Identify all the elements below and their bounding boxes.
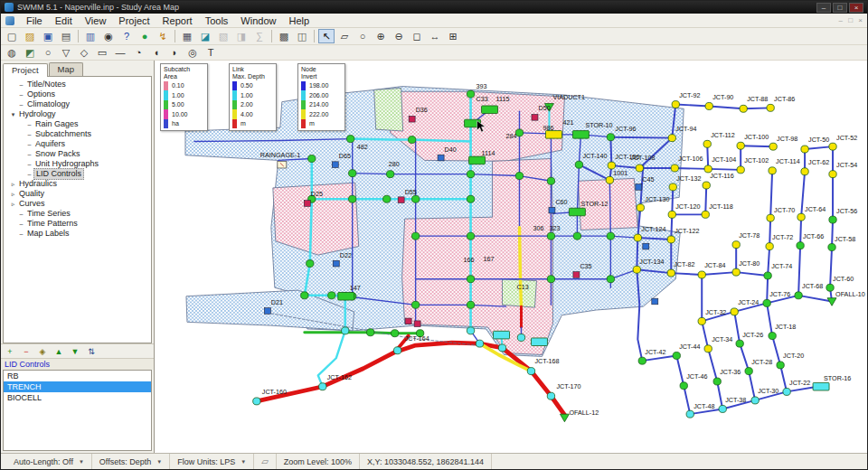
graph-report-icon[interactable]: ◪ [197, 29, 213, 43]
map-label-square[interactable] [333, 260, 339, 267]
map-node[interactable] [797, 213, 805, 221]
map-node[interactable] [575, 161, 582, 168]
map-node[interactable] [698, 271, 705, 278]
map-label-square[interactable] [573, 272, 580, 278]
tree-item-hydraulics[interactable]: ▹Hydraulics [5, 179, 151, 189]
map-link[interactable] [675, 105, 770, 109]
map-label-square[interactable] [398, 197, 404, 203]
lid-item-trench[interactable]: TRENCH [4, 381, 151, 392]
map-storage-node[interactable] [531, 338, 547, 346]
map-node[interactable] [731, 308, 738, 315]
menu-report[interactable]: Report [156, 14, 199, 27]
map-outfall-node[interactable] [560, 414, 569, 422]
map-label-square[interactable] [643, 243, 649, 249]
map-label-square[interactable] [405, 318, 411, 324]
map-node[interactable] [347, 136, 354, 143]
subcatchment-polygon[interactable] [374, 88, 403, 131]
options-icon[interactable]: ▩ [276, 29, 292, 43]
tree-expander-icon[interactable]: ▹ [9, 199, 17, 209]
map-node[interactable] [828, 244, 835, 251]
map-node[interactable] [826, 284, 834, 291]
map-node[interactable] [637, 204, 644, 212]
add-raingage-icon[interactable]: ◍ [4, 45, 20, 60]
map-node[interactable] [777, 362, 784, 369]
map-node[interactable] [783, 388, 790, 395]
map-node[interactable] [547, 177, 554, 184]
map-link[interactable] [805, 146, 833, 301]
map-node[interactable] [467, 276, 474, 283]
tab-map[interactable]: Map [49, 62, 83, 76]
map-node[interactable] [698, 317, 705, 324]
lid-item-biocell[interactable]: BIOCELL [4, 392, 151, 403]
map-label-square[interactable] [636, 184, 642, 191]
map-storage-node[interactable] [813, 382, 829, 390]
map-node[interactable] [751, 397, 759, 404]
tree-item-time-series[interactable]: –Time Series [5, 209, 151, 219]
tree-item-aquifers[interactable]: –Aquifers [5, 139, 151, 149]
map-node[interactable] [411, 232, 419, 240]
measure-icon[interactable]: ⊞ [445, 29, 461, 43]
map-node[interactable] [573, 232, 580, 240]
map-node[interactable] [703, 140, 711, 147]
map-node[interactable] [736, 340, 743, 347]
map-outfall-node[interactable] [827, 298, 836, 306]
map-node[interactable] [668, 135, 675, 142]
dropdown-arrow-icon[interactable]: ▼ [156, 459, 162, 465]
map-link[interactable] [305, 333, 420, 334]
tree-item-time-patterns[interactable]: –Time Patterns [5, 219, 151, 229]
map-node[interactable] [686, 410, 693, 418]
map-node[interactable] [467, 327, 474, 334]
tree-item-map-labels[interactable]: –Map Labels [5, 229, 151, 239]
print-icon[interactable]: ▤ [58, 29, 74, 43]
map-node[interactable] [680, 382, 687, 390]
map-label-square[interactable] [304, 201, 310, 207]
delete-button[interactable]: − [20, 347, 33, 356]
map-label-square[interactable] [409, 116, 415, 122]
map-node[interactable] [829, 143, 836, 150]
map-node[interactable] [740, 105, 747, 112]
map-node[interactable] [737, 142, 744, 149]
tree-expander-icon[interactable]: ▹ [9, 189, 17, 199]
map-node[interactable] [801, 168, 808, 175]
select-vertex-icon[interactable]: ▱ [336, 29, 353, 43]
map-node[interactable] [253, 398, 260, 405]
tab-project[interactable]: Project [3, 63, 48, 77]
map-link[interactable] [672, 187, 673, 214]
add-pump-icon[interactable]: ◔ [130, 45, 146, 60]
map-node[interactable] [769, 167, 776, 174]
map-node[interactable] [797, 242, 804, 249]
map-node[interactable] [713, 378, 721, 385]
map-node[interactable] [307, 260, 314, 268]
tree-item-rain-gages[interactable]: –Rain Gages [5, 119, 151, 129]
maximize-button[interactable]: □ [833, 3, 847, 13]
map-node[interactable] [606, 176, 613, 183]
map-node[interactable] [829, 216, 836, 223]
map-node[interactable] [498, 344, 505, 352]
tree-item-lid-controls[interactable]: –LID Controls [5, 169, 151, 179]
map-node[interactable] [411, 301, 419, 308]
map-node[interactable] [668, 211, 675, 218]
map-node[interactable] [667, 236, 675, 243]
map-node[interactable] [547, 232, 554, 240]
copy-icon[interactable]: ▥ [82, 29, 99, 43]
map-node[interactable] [382, 195, 390, 202]
map-node[interactable] [467, 171, 474, 178]
map-node[interactable] [671, 164, 678, 172]
map-node[interactable] [386, 171, 393, 178]
move-up-button[interactable]: ▲ [52, 347, 65, 356]
add-label-icon[interactable]: T [203, 45, 219, 60]
add-divider-icon[interactable]: ◇ [76, 45, 92, 60]
map-node[interactable] [349, 170, 356, 177]
map-node[interactable] [301, 292, 308, 299]
map-node[interactable] [411, 195, 419, 202]
map-node[interactable] [638, 357, 646, 364]
map-node[interactable] [766, 243, 773, 250]
dropdown-arrow-icon[interactable]: ▼ [241, 459, 246, 465]
map-link[interactable] [519, 228, 521, 307]
map-node[interactable] [467, 90, 474, 98]
add-conduit-icon[interactable]: — [112, 45, 128, 60]
map-link[interactable] [705, 185, 706, 214]
tree-item-options[interactable]: –Options [5, 89, 151, 99]
zoom-in-icon[interactable]: ⊕ [373, 29, 389, 43]
map-storage-node[interactable] [545, 131, 561, 139]
